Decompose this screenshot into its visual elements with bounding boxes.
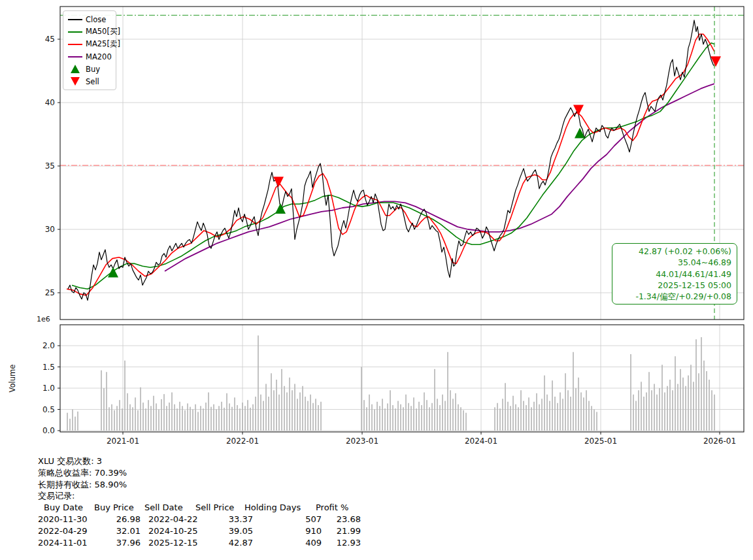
legend-item-buy: Buy: [67, 63, 112, 75]
trade-table-header-cell: Holding Days: [244, 502, 301, 514]
volume-bar: [302, 386, 303, 431]
legend-item-sell: Sell: [67, 76, 112, 88]
legend-label: Close: [86, 15, 106, 24]
price-y-tick-label: 30: [45, 225, 55, 234]
stats-block: XLU 交易次数: 3策略总收益率: 70.39%长期持有收益: 58.90%交…: [38, 455, 430, 548]
volume-bar: [299, 393, 301, 431]
volume-bar: [252, 404, 254, 431]
volume-bar: [583, 397, 584, 431]
trade-table-header-cell: Sell Price: [195, 502, 234, 514]
volume-bar: [549, 401, 550, 431]
volume-bar: [395, 408, 396, 431]
volume-bar: [203, 408, 204, 431]
volume-bar: [536, 393, 537, 431]
volume-bar: [124, 361, 126, 431]
volume-bar: [176, 408, 178, 431]
volume-bar: [101, 371, 102, 431]
price-y-tick-label: 45: [45, 35, 55, 44]
volume-bar: [515, 404, 516, 431]
price-annotation-box: 42.87 (+0.02 +0.06%)35.04~46.8944.01/44.…: [612, 243, 737, 305]
trade-table-header-cell: Buy Date: [44, 502, 83, 514]
volume-bar: [408, 403, 409, 431]
price-y-tick-label: 25: [45, 288, 55, 297]
volume-bar: [531, 407, 532, 431]
volume-bar: [242, 403, 243, 431]
price-y-tick-label: 35: [45, 161, 55, 171]
volume-bar: [442, 395, 443, 431]
volume-bar: [208, 393, 209, 431]
volume-bar: [651, 390, 652, 431]
volume-y-tick-label: 1.5: [42, 363, 55, 372]
volume-bar: [656, 395, 658, 431]
volume-bar: [260, 395, 261, 431]
volume-bar: [424, 393, 425, 431]
volume-bar: [416, 408, 417, 431]
legend-line-swatch: [67, 19, 83, 20]
volume-bar: [263, 401, 264, 431]
volume-bar: [382, 399, 383, 431]
volume-bar: [463, 410, 464, 431]
volume-bar: [197, 412, 199, 431]
volume-bar: [265, 384, 267, 431]
volume-bar: [507, 402, 509, 431]
volume-bar: [701, 337, 702, 431]
volume-bar: [150, 406, 152, 431]
volume-bar: [255, 397, 256, 431]
legend-item-ma200: MA200: [67, 51, 112, 63]
volume-bar: [69, 419, 71, 431]
volume-bar: [505, 383, 506, 431]
date-x-tick-label: 2023-01: [346, 436, 378, 446]
volume-bar: [638, 390, 639, 431]
volume-bar: [116, 406, 118, 431]
volume-bar: [216, 410, 217, 431]
trade-table-row: 2024-11-0137.962025-12-1542.8740912.93: [38, 537, 430, 549]
volume-bar: [413, 397, 414, 431]
volume-bar: [392, 405, 393, 431]
volume-bar: [497, 403, 498, 431]
volume-bar: [635, 401, 637, 431]
figure: CloseMA50[买]MA25[卖]MA200BuySell 42.87 (+…: [0, 0, 753, 560]
volume-bar: [533, 402, 535, 431]
trade-table-cell: 507: [282, 514, 322, 525]
volume-bar: [688, 376, 689, 431]
volume-bar: [258, 335, 259, 431]
trade-table-cell: 2024-10-25: [148, 525, 201, 537]
volume-bar: [163, 394, 165, 431]
volume-bar: [312, 403, 314, 431]
volume-bar: [103, 388, 105, 431]
volume-bar: [182, 406, 183, 431]
volume-bar: [161, 399, 162, 431]
stats-line: 交易记录:: [38, 490, 430, 502]
sell-triangle-icon: [71, 77, 80, 86]
volume-bar: [109, 407, 110, 431]
volume-bar: [565, 373, 566, 431]
volume-bar: [659, 388, 660, 431]
volume-bar: [591, 406, 592, 431]
volume-bar: [672, 390, 673, 431]
volume-bar: [297, 399, 298, 431]
volume-bar: [646, 393, 647, 431]
volume-bar: [499, 408, 501, 431]
volume-bar: [366, 407, 367, 431]
volume-bar: [512, 396, 514, 431]
volume-bar: [643, 397, 644, 431]
trade-table-cell: 409: [282, 537, 322, 549]
volume-bar: [184, 410, 186, 431]
legend-item-ma25: MA25[卖]: [67, 39, 112, 50]
volume-bar: [714, 395, 715, 431]
date-x-tick-label: 2026-01: [703, 436, 736, 446]
volume-bar: [421, 405, 422, 431]
volume-bar: [596, 412, 597, 431]
volume-bar: [315, 399, 316, 431]
trade-table-row: 2022-04-2932.012024-10-2539.0591021.99: [38, 525, 430, 537]
trade-table-cell: 2022-04-29: [38, 525, 90, 537]
volume-bar: [273, 390, 275, 431]
volume-bar: [450, 390, 451, 431]
date-x-tick-label: 2022-01: [226, 436, 259, 446]
volume-bar: [677, 384, 678, 431]
volume-bar: [271, 373, 272, 431]
volume-bar: [690, 365, 692, 431]
trade-table-cell: 2024-11-01: [38, 537, 90, 549]
trade-table-cell: 21.99: [322, 525, 361, 537]
volume-bar: [588, 401, 590, 431]
